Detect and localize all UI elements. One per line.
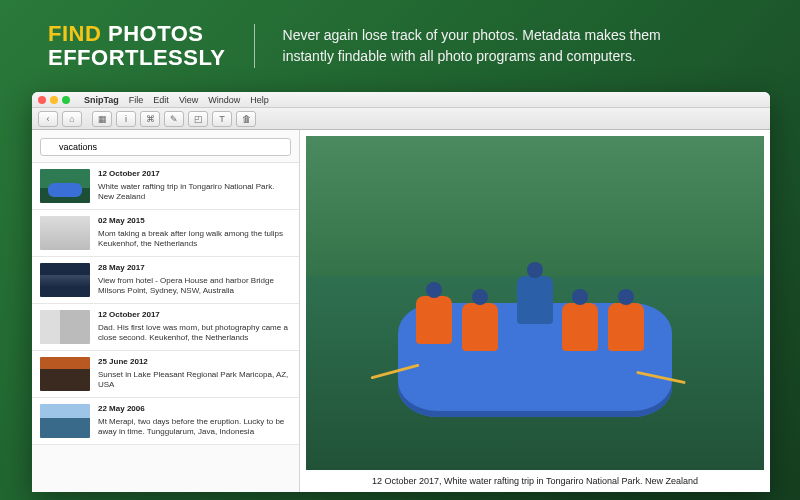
hero-headline-accent: FIND [48, 21, 101, 46]
home-button[interactable]: ⌂ [62, 111, 82, 127]
result-caption: View from hotel - Opera House and harbor… [98, 276, 291, 297]
list-item[interactable]: 25 June 2012 Sunset in Lake Pleasant Reg… [32, 351, 299, 398]
hero-divider [254, 24, 255, 68]
person-shape [462, 303, 498, 351]
person-shape [562, 303, 598, 351]
maximize-icon[interactable] [62, 96, 70, 104]
menu-window[interactable]: Window [208, 95, 240, 105]
back-button[interactable]: ‹ [38, 111, 58, 127]
content-area: 🔍 12 October 2017 White water rafting tr… [32, 130, 770, 492]
menu-file[interactable]: File [129, 95, 144, 105]
result-caption: White water rafting trip in Tongariro Na… [98, 182, 291, 203]
menu-help[interactable]: Help [250, 95, 269, 105]
crop-button[interactable]: ◰ [188, 111, 208, 127]
result-date: 12 October 2017 [98, 169, 291, 178]
app-name: SnipTag [84, 95, 119, 105]
toolbar: ‹ ⌂ ▦ i ⌘ ✎ ◰ T 🗑 [32, 108, 770, 130]
menu-edit[interactable]: Edit [153, 95, 169, 105]
search-input[interactable] [40, 138, 291, 156]
thumbnail [40, 263, 90, 297]
grid-button[interactable]: ▦ [92, 111, 112, 127]
list-item[interactable]: 22 May 2006 Mt Merapi, two days before t… [32, 398, 299, 445]
menu-view[interactable]: View [179, 95, 198, 105]
hero-headline-block: FIND PHOTOS EFFORTLESSLY [48, 22, 226, 70]
menubar: SnipTag File Edit View Window Help [32, 92, 770, 108]
result-date: 25 June 2012 [98, 357, 291, 366]
thumbnail [40, 216, 90, 250]
thumbnail [40, 404, 90, 438]
thumbnail [40, 357, 90, 391]
result-date: 22 May 2006 [98, 404, 291, 413]
close-icon[interactable] [38, 96, 46, 104]
tag-button[interactable]: ⌘ [140, 111, 160, 127]
result-date: 02 May 2015 [98, 216, 291, 225]
app-window: SnipTag File Edit View Window Help ‹ ⌂ ▦… [32, 92, 770, 492]
edit-button[interactable]: ✎ [164, 111, 184, 127]
hero-headline-word2: PHOTOS [108, 21, 204, 46]
result-date: 28 May 2017 [98, 263, 291, 272]
list-item[interactable]: 12 October 2017 White water rafting trip… [32, 163, 299, 210]
result-caption: Dad. His first love was mom, but photogr… [98, 323, 291, 344]
hero-headline-word3: EFFORTLESSLY [48, 45, 226, 70]
trash-button[interactable]: 🗑 [236, 111, 256, 127]
text-button[interactable]: T [212, 111, 232, 127]
hero-banner: FIND PHOTOS EFFORTLESSLY Never again los… [0, 0, 800, 84]
list-item[interactable]: 28 May 2017 View from hotel - Opera Hous… [32, 257, 299, 304]
window-controls[interactable] [38, 96, 70, 104]
result-date: 12 October 2017 [98, 310, 291, 319]
person-shape [608, 303, 644, 351]
hero-subtext: Never again lose track of your photos. M… [283, 25, 683, 67]
preview-image[interactable] [306, 136, 764, 470]
preview-panel: 12 October 2017, White water rafting tri… [300, 130, 770, 492]
person-shape [517, 276, 553, 324]
sidebar: 🔍 12 October 2017 White water rafting tr… [32, 130, 300, 492]
list-item[interactable]: 12 October 2017 Dad. His first love was … [32, 304, 299, 351]
hero-headline-line1: FIND PHOTOS [48, 22, 226, 46]
result-caption: Sunset in Lake Pleasant Regional Park Ma… [98, 370, 291, 391]
result-caption: Mom taking a break after long walk among… [98, 229, 291, 250]
info-button[interactable]: i [116, 111, 136, 127]
results-list[interactable]: 12 October 2017 White water rafting trip… [32, 163, 299, 492]
person-shape [416, 296, 452, 344]
result-caption: Mt Merapi, two days before the eruption.… [98, 417, 291, 438]
search-row: 🔍 [32, 130, 299, 163]
preview-caption: 12 October 2017, White water rafting tri… [300, 472, 770, 492]
thumbnail [40, 169, 90, 203]
thumbnail [40, 310, 90, 344]
list-item[interactable]: 02 May 2015 Mom taking a break after lon… [32, 210, 299, 257]
hero-headline-line2: EFFORTLESSLY [48, 46, 226, 70]
minimize-icon[interactable] [50, 96, 58, 104]
